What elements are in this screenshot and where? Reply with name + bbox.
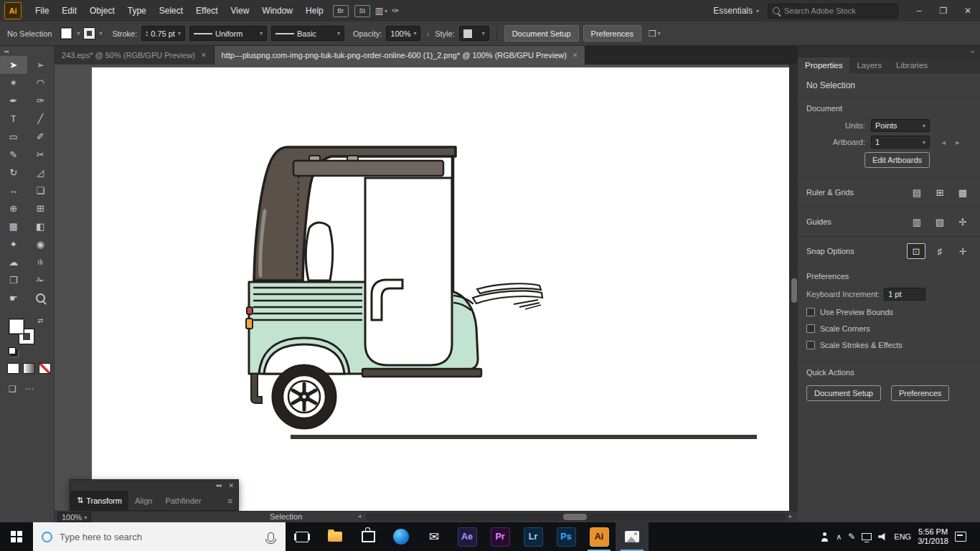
direct-selection-tool[interactable]: ➢ xyxy=(27,56,55,74)
rear-wheel[interactable] xyxy=(273,365,336,428)
zoom-tool[interactable] xyxy=(27,289,55,307)
stock-search-input[interactable]: Search Adobe Stock xyxy=(768,4,898,19)
stroke-color-swatch[interactable] xyxy=(84,28,95,39)
handlebar-part[interactable] xyxy=(473,283,542,309)
tab-pathfinder[interactable]: Pathfinder xyxy=(159,491,207,510)
edit-artboards-button[interactable]: Edit Artboards xyxy=(864,152,930,168)
photos-button[interactable] xyxy=(616,522,649,551)
snap-to-grid-icon[interactable]: ⊡ xyxy=(907,243,925,259)
scroll-right-icon[interactable]: ▸ xyxy=(789,513,792,519)
stroke-weight-input[interactable]: ▴▾ 0.75 pt ▾ xyxy=(141,26,185,41)
selection-tool[interactable]: ➤ xyxy=(0,56,27,74)
show-guides-icon[interactable]: ▥ xyxy=(908,215,925,229)
menu-object[interactable]: Object xyxy=(83,0,121,22)
artboard[interactable] xyxy=(92,67,789,511)
close-tab-icon[interactable]: ✕ xyxy=(573,52,578,59)
tab-layers[interactable]: Layers xyxy=(849,57,889,73)
transform-float-panel[interactable]: ◂◂ ✕ ⇅ Transform Align Pathfinder ≡ xyxy=(70,479,239,511)
shape-builder-tool[interactable]: ⊕ xyxy=(0,199,27,217)
menu-window[interactable]: Window xyxy=(255,0,299,22)
screen-mode-button[interactable]: ❑ xyxy=(9,384,17,394)
lasso-tool[interactable]: ◠ xyxy=(27,74,55,92)
close-button[interactable]: ✕ xyxy=(956,0,980,22)
taskbar-search-input[interactable]: Type here to search xyxy=(33,522,286,551)
lock-guides-icon[interactable]: ▨ xyxy=(931,215,948,229)
menu-select[interactable]: Select xyxy=(153,0,189,22)
clock[interactable]: 5:56 PM 3/1/2018 xyxy=(918,527,948,546)
brush-definition-dropdown[interactable]: Basic ▾ xyxy=(271,26,344,41)
scale-strokes-effects-checkbox[interactable] xyxy=(806,341,815,349)
smart-guides-icon[interactable]: ✢ xyxy=(954,215,971,229)
microphone-icon[interactable] xyxy=(268,532,274,542)
scale-corners-checkbox[interactable] xyxy=(806,324,815,333)
mesh-tool[interactable]: ▦ xyxy=(0,217,27,235)
gradient-button[interactable] xyxy=(23,363,35,374)
more-options-chevron[interactable]: › xyxy=(426,29,429,38)
store-button[interactable] xyxy=(352,522,385,551)
language-indicator[interactable]: ENG xyxy=(894,532,911,541)
menu-view[interactable]: View xyxy=(225,0,256,22)
color-button[interactable] xyxy=(7,363,19,374)
stock-icon[interactable]: St xyxy=(354,5,370,17)
swap-fill-stroke-icon[interactable]: ⇄ xyxy=(37,317,43,324)
zoom-level-dropdown[interactable]: 100%▾ xyxy=(57,512,91,522)
panel-close-icon[interactable]: ✕ xyxy=(228,482,234,489)
curvature-tool[interactable]: ✑ xyxy=(27,92,55,110)
gradient-tool[interactable]: ◧ xyxy=(27,217,55,235)
opacity-dropdown[interactable]: 100% ▾ xyxy=(386,26,420,41)
task-view-button[interactable] xyxy=(286,522,319,551)
tab-libraries[interactable]: Libraries xyxy=(889,57,935,73)
arrange-icon[interactable]: ❒▾ xyxy=(649,29,661,39)
perspective-grid-tool[interactable]: ⊞ xyxy=(27,199,55,217)
pen-icon[interactable]: ✎ xyxy=(848,532,855,542)
premiere-button[interactable]: Pr xyxy=(484,522,517,551)
menu-help[interactable]: Help xyxy=(299,0,330,22)
menu-type[interactable]: Type xyxy=(121,0,153,22)
vertical-scrollbar-thumb[interactable] xyxy=(791,278,797,303)
preferences-button[interactable]: Preferences xyxy=(583,25,641,42)
slice-tool[interactable]: ✁ xyxy=(27,271,55,289)
stroke-caret-icon[interactable]: ▾ xyxy=(99,30,102,37)
stroke-stepper[interactable]: ▴▾ xyxy=(146,30,148,37)
arrange-documents-icon[interactable]: ▥▾ xyxy=(375,6,387,16)
snap-to-point-icon[interactable]: ♯ xyxy=(931,244,948,258)
grid-icon[interactable]: ⊞ xyxy=(931,185,948,199)
blend-tool[interactable]: ◉ xyxy=(27,235,55,253)
rectangle-tool[interactable]: ▭ xyxy=(0,128,27,146)
next-artboard-icon[interactable]: ▸ xyxy=(956,138,960,147)
pen-tool[interactable]: ✒ xyxy=(0,92,27,110)
network-icon[interactable] xyxy=(862,533,872,540)
fill-color-box[interactable] xyxy=(9,319,24,334)
type-tool[interactable]: T xyxy=(0,110,27,128)
touch-workspace-icon[interactable]: ✑ xyxy=(392,6,399,16)
eyedropper-tool[interactable]: ✦ xyxy=(0,235,27,253)
browser-button[interactable] xyxy=(385,522,418,551)
units-dropdown[interactable]: Points▾ xyxy=(871,119,930,132)
menu-file[interactable]: File xyxy=(29,0,55,22)
volume-icon[interactable] xyxy=(878,533,887,541)
minimize-button[interactable]: – xyxy=(907,0,931,22)
tab-align[interactable]: Align xyxy=(128,491,159,510)
default-fill-stroke-icon[interactable] xyxy=(9,347,16,354)
transparency-grid-icon[interactable]: ▩ xyxy=(954,185,971,199)
ruler-icon[interactable]: ▤ xyxy=(908,185,925,199)
after-effects-button[interactable]: Ae xyxy=(451,522,484,551)
paintbrush-tool[interactable]: ✐ xyxy=(27,128,55,146)
menu-effect[interactable]: Effect xyxy=(189,0,224,22)
bridge-icon[interactable]: Br xyxy=(333,5,349,17)
fill-caret-icon[interactable]: ▾ xyxy=(77,30,80,37)
restore-button[interactable]: ❐ xyxy=(931,0,956,22)
panel-menu-icon[interactable]: ≡ xyxy=(228,496,238,505)
artboard-dropdown[interactable]: 1▾ xyxy=(871,136,930,149)
menu-edit[interactable]: Edit xyxy=(55,0,83,22)
opacity-label[interactable]: Opacity: xyxy=(353,29,382,38)
quick-preferences-button[interactable]: Preferences xyxy=(891,385,949,401)
scissors-tool[interactable]: ✂ xyxy=(27,146,55,164)
artboard-tool[interactable]: ❒ xyxy=(0,271,27,289)
file-explorer-button[interactable] xyxy=(319,522,352,551)
use-preview-bounds-checkbox[interactable] xyxy=(806,308,815,316)
keyboard-increment-input[interactable]: 1 pt xyxy=(884,288,925,301)
hidden-icons-chevron[interactable]: ∧ xyxy=(836,532,842,542)
scroll-left-icon[interactable]: ◂ xyxy=(358,513,361,519)
action-center-icon[interactable] xyxy=(955,532,966,542)
